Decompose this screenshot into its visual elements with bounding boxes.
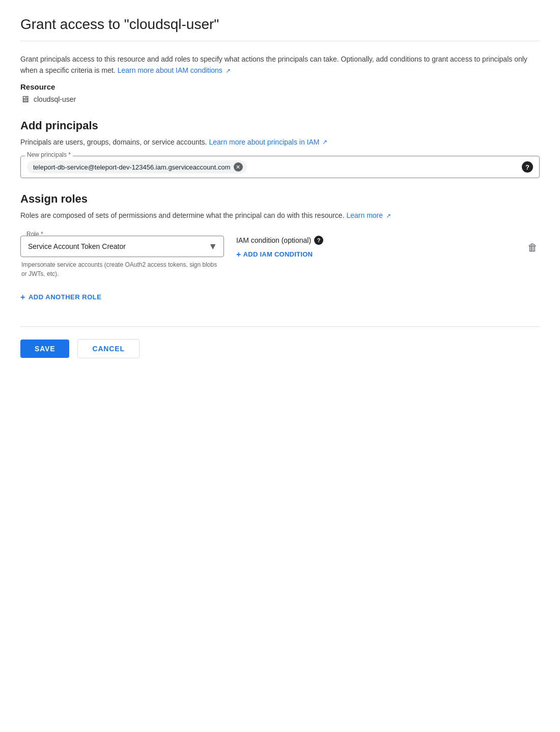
iam-conditions-link[interactable]: Learn more about IAM conditions ↗ [118, 66, 231, 74]
roles-description: Roles are composed of sets of permission… [20, 210, 540, 221]
main-description: Grant principals access to this resource… [20, 53, 540, 76]
roles-external-icon: ↗ [386, 211, 391, 221]
chip-value: teleport-db-service@teleport-dev-123456.… [33, 163, 231, 171]
resource-section-label: Resource [20, 82, 540, 91]
resource-item: 🖥 cloudsql-user [20, 94, 540, 105]
learn-more-roles-link[interactable]: Learn more ↗ [346, 211, 390, 219]
chip-row: teleport-db-service@teleport-dev-123456.… [27, 160, 533, 174]
add-another-role-link[interactable]: + ADD ANOTHER ROLE [20, 293, 540, 302]
principals-description: Principals are users, groups, domains, o… [20, 136, 540, 148]
iam-condition-header: IAM condition (optional) ? [236, 236, 513, 245]
role-field-label-wrap: Role * Service Account Token Creator ▼ [20, 236, 224, 257]
title-divider [20, 41, 540, 41]
button-row: SAVE CANCEL [20, 326, 540, 358]
save-button[interactable]: SAVE [20, 340, 69, 358]
role-select-outer: Role * Service Account Token Creator ▼ [20, 236, 224, 257]
add-another-role-label: ADD ANOTHER ROLE [29, 293, 102, 301]
principal-chip: teleport-db-service@teleport-dev-123456.… [27, 160, 247, 174]
add-another-role-plus-icon: + [20, 293, 25, 302]
principals-external-icon: ↗ [322, 137, 327, 147]
add-principals-title: Add principals [20, 119, 540, 132]
resource-icon: 🖥 [20, 94, 30, 105]
iam-condition-wrapper: IAM condition (optional) ? + ADD IAM CON… [236, 232, 513, 259]
learn-more-principals-link[interactable]: Learn more about principals in IAM ↗ [209, 138, 327, 146]
chip-close-button[interactable]: ✕ [234, 162, 243, 172]
role-select-wrapper: Role * Service Account Token Creator ▼ I… [20, 232, 224, 278]
role-row: Role * Service Account Token Creator ▼ I… [20, 232, 540, 278]
resource-name: cloudsql-user [34, 95, 76, 103]
role-description: Impersonate service accounts (create OAu… [20, 260, 224, 278]
role-select-container[interactable]: Service Account Token Creator ▼ [20, 236, 224, 257]
chip-close-icon: ✕ [236, 164, 240, 171]
page-title: Grant access to "cloudsql-user" [20, 16, 540, 33]
new-principals-label: New principals * [25, 151, 73, 158]
iam-condition-help-icon[interactable]: ? [314, 236, 323, 245]
new-principals-wrapper: New principals * teleport-db-service@tel… [20, 156, 540, 178]
new-principals-field[interactable]: New principals * teleport-db-service@tel… [20, 156, 540, 178]
external-link-icon: ↗ [226, 66, 231, 76]
add-condition-plus-icon: + [236, 250, 241, 259]
add-condition-label: ADD IAM CONDITION [243, 250, 313, 258]
delete-role-button[interactable]: 🗑 [525, 240, 540, 256]
add-iam-condition-link[interactable]: + ADD IAM CONDITION [236, 250, 513, 259]
cancel-button[interactable]: CANCEL [77, 339, 139, 358]
assign-roles-title: Assign roles [20, 192, 540, 206]
iam-condition-label: IAM condition (optional) [236, 236, 311, 244]
role-select-value[interactable]: Service Account Token Creator [21, 236, 223, 257]
principals-help-icon[interactable]: ? [522, 161, 533, 173]
delete-role-icon: 🗑 [527, 242, 538, 254]
